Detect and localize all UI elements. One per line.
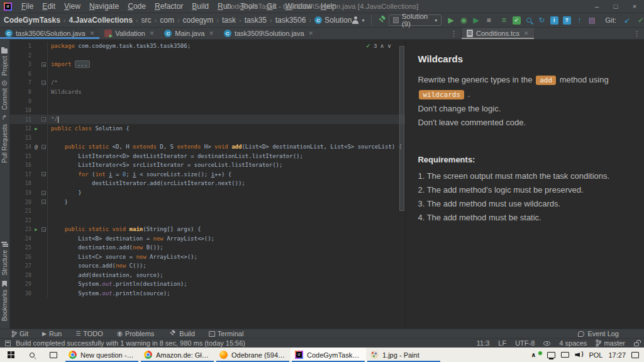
caret-position[interactable]: 11:3 bbox=[477, 339, 490, 347]
menu-help[interactable]: Help bbox=[316, 2, 341, 11]
commit-icon[interactable]: ✓ bbox=[635, 14, 644, 26]
breadcrumb-item[interactable]: codegym bbox=[183, 16, 214, 25]
commit-checks-icon[interactable]: ✓ bbox=[511, 14, 522, 26]
close-icon[interactable]: ✕ bbox=[90, 30, 95, 37]
toolwindow-button-build[interactable]: Build bbox=[168, 329, 194, 338]
minimize-button[interactable]: – bbox=[587, 0, 606, 13]
tab-task3506-solution-java[interactable]: Ctask3506\Solution.java✕ bbox=[0, 28, 99, 39]
info-icon[interactable]: i bbox=[548, 14, 560, 26]
device-icon[interactable] bbox=[561, 352, 569, 358]
breadcrumb-item[interactable]: task3506 bbox=[275, 16, 306, 25]
rerun-icon[interactable]: ↻ bbox=[536, 14, 547, 26]
sidebar-item-project[interactable]: Project bbox=[1, 47, 8, 76]
more-options-icon[interactable]: ⋮ bbox=[447, 28, 461, 39]
language-indicator[interactable]: POL bbox=[589, 351, 602, 359]
changes-icon[interactable]: ≡ bbox=[498, 14, 509, 26]
code-line[interactable]: 9 bbox=[10, 96, 405, 106]
fold-marker-icon[interactable]: − bbox=[42, 200, 46, 204]
next-problem-icon[interactable]: ∨ bbox=[387, 43, 392, 49]
reader-mode-eye-icon[interactable] bbox=[543, 341, 550, 346]
more-options-icon[interactable]: ⋮ bbox=[630, 28, 644, 39]
code-line[interactable]: 29 System.out.println(destination); bbox=[10, 280, 405, 289]
code-line[interactable]: 19− } bbox=[10, 188, 405, 198]
event-log-button[interactable]: Event Log bbox=[578, 330, 619, 337]
unlock-icon[interactable] bbox=[634, 342, 639, 346]
line-separator[interactable]: LF bbox=[498, 339, 506, 347]
code-line[interactable]: 27 source.add(new C()); bbox=[10, 261, 405, 271]
fold-marker-icon[interactable]: − bbox=[42, 227, 46, 232]
code-line[interactable]: 20− } bbox=[10, 197, 405, 206]
find-icon[interactable] bbox=[523, 14, 535, 26]
breadcrumb-item[interactable]: 4.JavaCollections bbox=[69, 16, 132, 25]
code-line[interactable]: 13 bbox=[10, 133, 405, 142]
taskbar-app-intellij[interactable]: IJCodeGymTasks – task... bbox=[291, 348, 366, 362]
menu-refactor[interactable]: Refactor bbox=[150, 2, 187, 11]
breadcrumb-item[interactable]: Solution bbox=[325, 16, 352, 25]
toolwindow-button-todo[interactable]: ☰TODO bbox=[75, 329, 103, 338]
breadcrumb-item[interactable]: CodeGymTasks bbox=[4, 16, 60, 25]
chevron-down-icon[interactable]: ▾ bbox=[362, 18, 365, 23]
fold-marker-icon[interactable]: − bbox=[42, 117, 46, 122]
taskbar-app-paint[interactable]: 1.jpg - Paint bbox=[366, 348, 441, 362]
fold-marker-icon[interactable]: − bbox=[42, 172, 46, 176]
code-line[interactable]: 25 destination.add(new B()); bbox=[10, 243, 405, 252]
menu-code[interactable]: Code bbox=[123, 2, 150, 11]
update-project-icon[interactable]: ↙ bbox=[621, 14, 633, 26]
git-branch-widget[interactable]: master bbox=[596, 339, 625, 347]
sidebar-item-bookmarks[interactable]: Bookmarks bbox=[1, 281, 8, 321]
code-line[interactable]: 8Wildcards bbox=[10, 88, 405, 97]
toolwindow-button-git[interactable]: Git bbox=[11, 329, 28, 338]
fold-marker-icon[interactable]: + bbox=[42, 62, 46, 67]
close-icon[interactable]: ✕ bbox=[209, 30, 214, 37]
inspection-widget[interactable]: ✓ 3 ∧ ∨ bbox=[366, 43, 392, 49]
breadcrumb-item[interactable]: com bbox=[160, 16, 174, 25]
file-template-icon[interactable]: ▤ bbox=[586, 14, 597, 26]
code-line[interactable]: 22 bbox=[10, 215, 405, 225]
task-view-button[interactable] bbox=[43, 348, 64, 362]
clock[interactable]: 17:27 bbox=[608, 351, 626, 359]
code-line[interactable]: 16 ListIterator<S> srcListIterator = sou… bbox=[10, 161, 405, 170]
fold-marker-icon[interactable]: − bbox=[42, 191, 46, 195]
breadcrumb-item[interactable]: task35 bbox=[245, 16, 267, 25]
menu-tools[interactable]: Tools bbox=[236, 2, 262, 11]
code-line[interactable]: 17− for (int i = 0; i < sourceList.size(… bbox=[10, 170, 405, 179]
profile-icon[interactable] bbox=[352, 16, 358, 24]
breadcrumb-item[interactable]: src bbox=[142, 16, 152, 25]
code-line[interactable]: 6 bbox=[10, 69, 405, 79]
notification-center-icon[interactable] bbox=[631, 352, 639, 358]
maximize-button[interactable]: □ bbox=[606, 0, 625, 13]
breadcrumb-item[interactable]: task bbox=[222, 16, 236, 25]
tab-conditions[interactable]: Conditions.tcs ✕ bbox=[462, 28, 534, 39]
code-line[interactable]: 26 List<C> source = new ArrayList<>(); bbox=[10, 252, 405, 262]
code-line[interactable]: 21 bbox=[10, 206, 405, 216]
fold-marker-icon[interactable]: − bbox=[42, 81, 46, 85]
code-line[interactable]: 10 bbox=[10, 106, 405, 115]
tab-main-java[interactable]: CMain.java✕ bbox=[159, 28, 219, 39]
close-icon[interactable]: ✕ bbox=[524, 30, 529, 37]
menu-navigate[interactable]: Navigate bbox=[85, 2, 123, 11]
code-line[interactable]: 24 List<B> destination = new ArrayList<>… bbox=[10, 234, 405, 243]
code-editor[interactable]: 1package com.codegym.task.task35.task350… bbox=[10, 40, 405, 329]
code-line[interactable]: 30 System.out.println(source); bbox=[10, 289, 405, 298]
upload-icon[interactable]: ↑ bbox=[574, 14, 585, 26]
taskbar-app-firefox[interactable]: Odebrane (594) - nati... bbox=[215, 348, 291, 362]
speaker-icon[interactable] bbox=[575, 351, 583, 358]
tab-task3509-solution-java[interactable]: Ctask3509\Solution.java✕ bbox=[219, 28, 318, 39]
code-line[interactable]: 23▶− public static void main(String[] ar… bbox=[10, 225, 405, 234]
code-line[interactable]: 28 add(destination, source); bbox=[10, 271, 405, 280]
taskbar-app-chrome[interactable]: New question - Goog... bbox=[64, 348, 140, 362]
run-coverage-icon[interactable]: ▶ bbox=[470, 14, 482, 26]
prev-problem-icon[interactable]: ∧ bbox=[380, 43, 384, 49]
code-line[interactable]: 7−/* bbox=[10, 78, 405, 88]
run-icon[interactable]: ▶ bbox=[445, 14, 457, 26]
fold-marker-icon[interactable]: − bbox=[42, 145, 46, 149]
code-line[interactable]: 11−*/ bbox=[10, 115, 405, 124]
code-line[interactable]: 3+import ... bbox=[10, 60, 405, 69]
toolwindow-button-problems[interactable]: !Problems bbox=[117, 329, 154, 338]
run-gutter-icon[interactable]: ▶ bbox=[35, 126, 38, 132]
menu-build[interactable]: Build bbox=[187, 2, 213, 11]
indent-size[interactable]: 4 spaces bbox=[559, 339, 587, 347]
toolwindow-button-terminal[interactable]: >_Terminal bbox=[209, 329, 244, 338]
menu-file[interactable]: File bbox=[17, 2, 38, 11]
sidebar-item-commit[interactable]: Commit bbox=[1, 81, 8, 110]
